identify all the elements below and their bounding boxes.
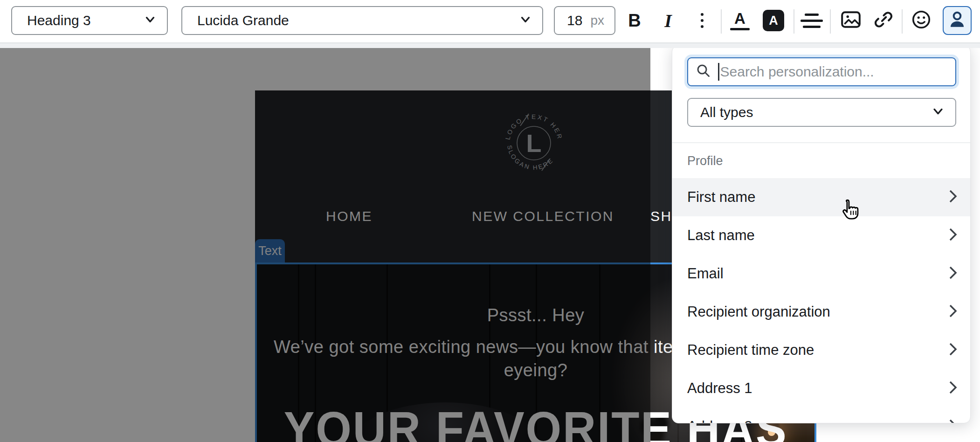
chevron-right-icon <box>948 379 958 398</box>
emoji-icon <box>911 9 932 32</box>
formatting-toolbar: Heading 3 Lucida Grande 18 px B I A A <box>0 0 980 43</box>
text-color-icon: A <box>730 11 750 30</box>
chevron-down-icon <box>518 12 533 29</box>
chevron-right-icon <box>948 226 958 245</box>
image-icon <box>840 9 862 32</box>
block-style-select[interactable]: Heading 3 <box>11 6 168 35</box>
nav-item-shop[interactable]: SH <box>650 208 672 224</box>
type-filter-select[interactable]: All types <box>687 98 956 127</box>
personalization-popover: All types Profile First name Last name E… <box>672 45 971 423</box>
panel-divider <box>672 142 971 143</box>
align-button[interactable] <box>799 8 824 33</box>
hand-cursor <box>838 198 863 224</box>
bold-button[interactable]: B <box>622 8 647 33</box>
chevron-down-icon <box>930 104 946 121</box>
chevron-down-icon <box>143 12 158 29</box>
toolbar-separator <box>902 9 903 34</box>
kebab-icon <box>701 13 704 28</box>
list-item-first-name[interactable]: First name <box>672 178 971 216</box>
section-label-profile: Profile <box>687 154 723 168</box>
font-family-select[interactable]: Lucida Grande <box>181 6 543 35</box>
canvas-dim-overlay <box>0 48 650 442</box>
list-item-recipient-time-zone[interactable]: Recipient time zone <box>672 331 971 369</box>
search-input[interactable] <box>720 64 948 80</box>
insert-image-button[interactable] <box>838 8 863 33</box>
italic-label: I <box>664 10 672 32</box>
align-center-icon <box>801 14 823 28</box>
type-filter-value: All types <box>700 104 753 120</box>
search-icon <box>696 63 711 81</box>
chevron-right-icon <box>948 188 958 207</box>
highlight-color-button[interactable]: A <box>761 8 786 33</box>
personalization-item-list: First name Last name Email Recipient org… <box>672 178 971 423</box>
list-item-email[interactable]: Email <box>672 255 971 293</box>
text-color-button[interactable]: A <box>727 8 752 33</box>
italic-button[interactable]: I <box>656 8 681 33</box>
text-caret <box>718 63 719 81</box>
font-size-input[interactable]: 18 px <box>554 6 615 35</box>
highlight-color-icon: A <box>763 10 784 31</box>
list-item-address-2[interactable]: Address 2 <box>672 407 971 423</box>
font-size-unit: px <box>590 13 604 28</box>
personalization-button[interactable] <box>943 6 972 35</box>
toolbar-separator <box>830 9 831 34</box>
toolbar-separator <box>794 9 794 34</box>
emoji-button[interactable] <box>909 8 934 33</box>
personalization-search[interactable] <box>687 57 956 86</box>
chevron-right-icon <box>948 341 958 359</box>
more-options-button[interactable] <box>690 8 715 33</box>
font-size-value: 18 <box>567 13 582 28</box>
font-family-value: Lucida Grande <box>197 13 289 28</box>
insert-link-button[interactable] <box>871 8 896 33</box>
toolbar-shadow-band <box>0 43 980 48</box>
block-style-value: Heading 3 <box>27 13 91 28</box>
bold-label: B <box>628 11 641 31</box>
toolbar-separator <box>721 9 722 34</box>
list-item-last-name[interactable]: Last name <box>672 216 971 255</box>
chevron-right-icon <box>948 303 958 321</box>
chevron-right-icon <box>948 264 958 283</box>
person-icon <box>946 9 968 32</box>
link-icon <box>873 9 894 32</box>
list-item-address-1[interactable]: Address 1 <box>672 369 971 407</box>
list-item-recipient-organization[interactable]: Recipient organization <box>672 293 971 331</box>
chevron-right-icon <box>948 417 958 423</box>
